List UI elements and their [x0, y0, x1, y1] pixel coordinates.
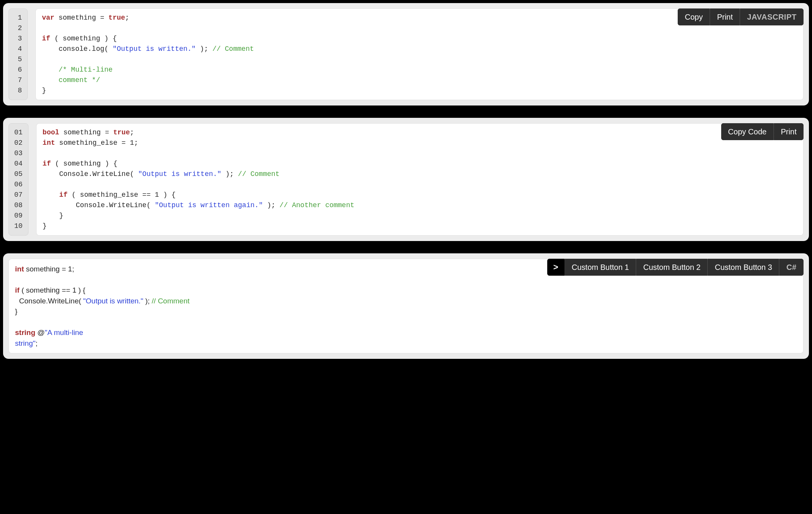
line-number: 6 [14, 65, 22, 75]
code-str: "Output is written." [138, 170, 221, 178]
code-text: ); [196, 45, 212, 53]
toolbar: Copy Code Print [721, 123, 804, 140]
code-text: ( something == 1 ) { [20, 286, 85, 294]
language-label: JAVASCRIPT [740, 8, 804, 25]
line-number: 7 [14, 75, 22, 85]
line-number: 2 [14, 23, 22, 33]
custom-button-1[interactable]: Custom Button 1 [565, 259, 637, 276]
code-kw2: string [15, 328, 35, 337]
code-area: bool something = true; int something_els… [36, 123, 804, 236]
code-text: ; [130, 129, 134, 136]
line-number: 02 [14, 138, 23, 148]
code-str: "Output is written." [113, 45, 196, 53]
code-text: } [42, 87, 46, 94]
more-button[interactable]: > [547, 259, 565, 276]
line-number: 5 [14, 54, 22, 65]
print-button[interactable]: Print [710, 8, 740, 25]
line-number: 10 [14, 221, 23, 231]
code-cmt: // Comment [212, 45, 254, 53]
code-text: something = 1; [24, 265, 74, 273]
line-number: 4 [14, 44, 22, 54]
code-lit: true [113, 129, 130, 136]
code-text [43, 191, 59, 199]
code-text: ); [221, 170, 238, 178]
line-number: 05 [14, 169, 23, 179]
code-str: "Output is written again." [155, 201, 263, 209]
code-kw: var [42, 14, 58, 22]
code-text: } [15, 307, 17, 315]
line-number: 01 [14, 127, 23, 138]
language-label: C# [779, 259, 804, 276]
line-number: 06 [14, 179, 23, 190]
line-number: 03 [14, 148, 23, 159]
line-number: 8 [14, 85, 22, 96]
code-kw: int [43, 139, 59, 147]
code-text [42, 66, 58, 74]
code-lit: true [109, 14, 125, 22]
code-text: @ [35, 328, 45, 337]
code-cmt: // Comment [152, 297, 189, 305]
custom-button-2[interactable]: Custom Button 2 [636, 259, 708, 276]
print-button[interactable]: Print [774, 123, 804, 140]
code-kw: bool [43, 129, 63, 136]
code-panel-csharp-a: Copy Code Print 01020304050607080910 boo… [3, 118, 809, 241]
code-text: console.log( [42, 45, 113, 53]
code-kw2: if [15, 286, 20, 294]
line-number-gutter: 01020304050607080910 [8, 123, 28, 236]
code-panel-js: Copy Print JAVASCRIPT 12345678 var somet… [3, 3, 809, 105]
code-text: ( something_else == 1 ) { [67, 191, 175, 199]
line-number: 3 [14, 33, 22, 44]
line-number: 07 [14, 190, 23, 200]
copy-code-button[interactable]: Copy Code [721, 123, 774, 140]
code-text: ; [35, 339, 37, 347]
code-text: ( something ) { [50, 35, 117, 42]
code-kw: if [43, 160, 51, 167]
toolbar: > Custom Button 1 Custom Button 2 Custom… [547, 259, 804, 276]
panel-inner: 01020304050607080910 bool something = tr… [8, 123, 804, 236]
code-kw: if [42, 35, 50, 42]
code-kw2: int [15, 265, 24, 273]
code-text: Console.WriteLine( [43, 170, 138, 178]
custom-button-3[interactable]: Custom Button 3 [708, 259, 779, 276]
line-number: 1 [14, 13, 22, 23]
code-str: "Output is written." [83, 297, 143, 305]
code-text: Console.WriteLine( [43, 201, 155, 209]
line-number: 09 [14, 211, 23, 221]
line-number-gutter: 12345678 [8, 8, 28, 100]
code-panel-csharp-b: > Custom Button 1 Custom Button 2 Custom… [3, 253, 809, 359]
copy-button[interactable]: Copy [678, 8, 710, 25]
code-text: ); [143, 297, 152, 305]
line-number: 08 [14, 200, 23, 211]
line-number: 04 [14, 159, 23, 169]
code-text: ; [125, 14, 129, 22]
toolbar: Copy Print JAVASCRIPT [678, 8, 804, 25]
code-text: Console.WriteLine( [15, 297, 83, 305]
code-text: something = [63, 129, 114, 136]
code-cmt: // Comment [238, 170, 279, 178]
code-text: ); [263, 201, 279, 209]
code-cmt: // Another comment [279, 201, 354, 209]
code-text: ( something ) { [51, 160, 117, 167]
code-kw: if [59, 191, 68, 199]
code-text: } } [43, 212, 63, 230]
code-text: something_else = 1; [59, 139, 138, 147]
code-text: something = [58, 14, 109, 22]
